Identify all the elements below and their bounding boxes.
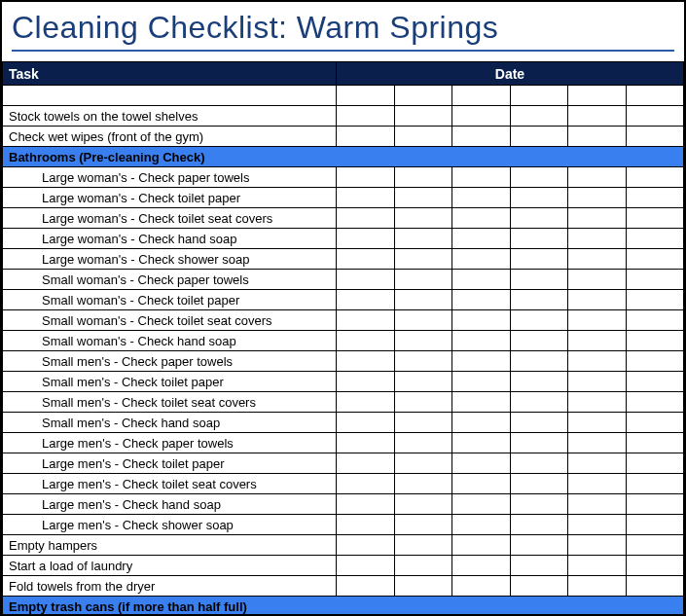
date-cell[interactable] [394, 249, 452, 270]
date-cell[interactable] [568, 372, 627, 392]
date-cell[interactable] [626, 270, 684, 290]
date-cell[interactable] [626, 515, 684, 535]
date-cell[interactable] [337, 515, 395, 535]
date-cell[interactable] [510, 310, 568, 331]
date-cell[interactable] [626, 413, 684, 433]
date-cell[interactable] [510, 331, 568, 351]
date-cell[interactable] [568, 270, 627, 290]
date-cell[interactable] [510, 392, 568, 413]
date-cell[interactable] [337, 453, 395, 474]
date-cell[interactable] [568, 453, 627, 474]
date-cell[interactable] [510, 576, 568, 597]
date-cell[interactable] [394, 413, 452, 433]
date-cell[interactable] [510, 351, 568, 372]
date-cell[interactable] [394, 351, 452, 372]
date-cell[interactable] [626, 310, 684, 331]
date-cell[interactable] [626, 474, 684, 494]
date-cell[interactable] [452, 188, 511, 208]
date-cell[interactable] [452, 86, 511, 106]
date-cell[interactable] [394, 576, 452, 597]
date-cell[interactable] [568, 351, 627, 372]
date-cell[interactable] [337, 290, 395, 310]
date-cell[interactable] [626, 208, 684, 229]
date-cell[interactable] [394, 290, 452, 310]
date-cell[interactable] [394, 453, 452, 474]
date-cell[interactable] [337, 208, 395, 229]
date-cell[interactable] [452, 167, 511, 188]
date-cell[interactable] [394, 208, 452, 229]
date-cell[interactable] [568, 392, 627, 413]
date-cell[interactable] [510, 453, 568, 474]
date-cell[interactable] [626, 229, 684, 249]
date-cell[interactable] [452, 351, 511, 372]
date-cell[interactable] [452, 331, 511, 351]
date-cell[interactable] [626, 331, 684, 351]
date-cell[interactable] [568, 86, 627, 106]
date-cell[interactable] [568, 413, 627, 433]
date-cell[interactable] [510, 494, 568, 515]
date-cell[interactable] [626, 167, 684, 188]
date-cell[interactable] [337, 86, 395, 106]
date-cell[interactable] [568, 576, 627, 597]
date-cell[interactable] [568, 535, 627, 556]
date-cell[interactable] [568, 188, 627, 208]
date-cell[interactable] [626, 576, 684, 597]
date-cell[interactable] [452, 372, 511, 392]
date-cell[interactable] [452, 290, 511, 310]
date-cell[interactable] [568, 290, 627, 310]
date-cell[interactable] [452, 494, 511, 515]
date-cell[interactable] [510, 229, 568, 249]
date-cell[interactable] [452, 433, 511, 453]
date-cell[interactable] [337, 535, 395, 556]
date-cell[interactable] [394, 556, 452, 576]
date-cell[interactable] [452, 270, 511, 290]
date-cell[interactable] [626, 433, 684, 453]
date-cell[interactable] [394, 372, 452, 392]
date-cell[interactable] [337, 167, 395, 188]
date-cell[interactable] [337, 372, 395, 392]
date-cell[interactable] [337, 106, 395, 127]
date-cell[interactable] [510, 535, 568, 556]
date-cell[interactable] [452, 474, 511, 494]
date-cell[interactable] [510, 290, 568, 310]
date-cell[interactable] [452, 515, 511, 535]
date-cell[interactable] [626, 372, 684, 392]
date-cell[interactable] [337, 392, 395, 413]
date-cell[interactable] [394, 535, 452, 556]
date-cell[interactable] [394, 515, 452, 535]
date-cell[interactable] [626, 86, 684, 106]
date-cell[interactable] [568, 310, 627, 331]
date-cell[interactable] [452, 535, 511, 556]
date-cell[interactable] [510, 86, 568, 106]
date-cell[interactable] [510, 372, 568, 392]
date-cell[interactable] [626, 556, 684, 576]
date-cell[interactable] [452, 413, 511, 433]
date-cell[interactable] [626, 249, 684, 270]
date-cell[interactable] [337, 474, 395, 494]
date-cell[interactable] [452, 127, 511, 147]
date-cell[interactable] [337, 270, 395, 290]
date-cell[interactable] [568, 494, 627, 515]
date-cell[interactable] [510, 188, 568, 208]
date-cell[interactable] [568, 106, 627, 127]
date-cell[interactable] [452, 392, 511, 413]
date-cell[interactable] [510, 515, 568, 535]
date-cell[interactable] [568, 331, 627, 351]
date-cell[interactable] [394, 127, 452, 147]
date-cell[interactable] [337, 494, 395, 515]
date-cell[interactable] [337, 127, 395, 147]
date-cell[interactable] [626, 106, 684, 127]
date-cell[interactable] [452, 556, 511, 576]
date-cell[interactable] [337, 331, 395, 351]
date-cell[interactable] [337, 351, 395, 372]
date-cell[interactable] [626, 453, 684, 474]
date-cell[interactable] [337, 188, 395, 208]
date-cell[interactable] [568, 167, 627, 188]
date-cell[interactable] [510, 433, 568, 453]
date-cell[interactable] [626, 535, 684, 556]
date-cell[interactable] [452, 576, 511, 597]
date-cell[interactable] [394, 229, 452, 249]
date-cell[interactable] [568, 556, 627, 576]
date-cell[interactable] [452, 249, 511, 270]
date-cell[interactable] [568, 433, 627, 453]
